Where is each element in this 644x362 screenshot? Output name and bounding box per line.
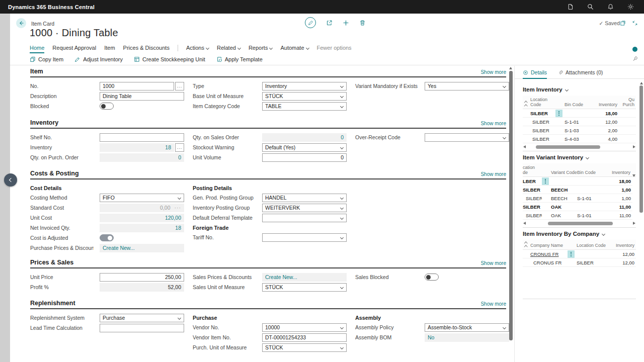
edit-button[interactable] [305,17,316,28]
col-variant-code[interactable]: Variant Code [551,170,577,175]
col-inventory[interactable]: Inventory [593,102,619,107]
profit-pct-value[interactable]: 52,00 [100,283,184,292]
type-select[interactable]: Inventory [262,82,347,90]
table-row[interactable]: SILBER BEECH 1,00 [523,186,632,194]
unit-price-input[interactable]: 250,00 [100,273,184,282]
row-menu-button[interactable] [555,110,562,117]
show-more-button[interactable]: Show more [480,121,506,126]
create-stockkeeping-unit-button[interactable]: Create Stockkeeping Unit [134,56,205,62]
description-input[interactable]: Dining Table [100,92,184,101]
apply-template-button[interactable]: Apply Template [216,56,263,62]
table-row[interactable]: SILBER OAK 11,00 [523,203,632,211]
purch-uom-select[interactable]: STÜCK [262,343,347,352]
costing-method-select[interactable]: FIFO [100,194,184,202]
stockout-warning-select[interactable]: Default (Yes) [262,143,347,152]
row-menu-button[interactable] [568,250,575,258]
section-title[interactable]: Prices & Sales [30,259,73,266]
item-inventory-heading[interactable]: Item Inventory [523,86,636,93]
item-category-select[interactable]: TABLE [262,102,347,111]
scroll-up-arrow[interactable] [509,67,512,69]
assist-edit-icon[interactable]: ··· [175,205,182,211]
scroll-left-arrow[interactable] [523,222,526,225]
col-qty-purch[interactable]: QuPurch [619,97,636,107]
menu-automate[interactable]: Automate [280,45,308,51]
item-inventory-by-company-heading[interactable]: Item Inventory By Company [523,231,636,237]
tab-attachments[interactable]: Attachments (0) [558,69,603,78]
section-title[interactable]: Item [30,68,43,75]
tab-prices-discounts[interactable]: Prices & Discounts [123,45,170,51]
menu-actions[interactable]: Actions [186,45,209,51]
table-row[interactable]: SILBER OAK S-1-01 11,00 [523,211,632,220]
copy-item-button[interactable]: Copy Item [30,56,63,62]
settings-icon[interactable] [627,4,634,10]
blocked-toggle[interactable] [100,103,114,110]
col-location-code[interactable]: LocationCode [530,97,555,107]
vendor-no-select[interactable]: 10000 [262,323,347,332]
table-row[interactable]: SILBER S-4-03 4,00 [523,135,636,143]
scroll-left-arrow[interactable] [523,145,526,148]
col-bin-code[interactable]: Bin Code [577,170,601,175]
notification-indicator[interactable] [632,47,637,52]
menu-related[interactable]: Related [217,45,240,51]
company-link[interactable]: CRONUS FR [530,251,568,257]
assembly-policy-select[interactable]: Assemble-to-Stock [425,323,509,332]
notifications-icon[interactable] [607,4,614,10]
replenishment-system-select[interactable]: Purchase [100,314,184,322]
standard-cost-value[interactable]: 0,00··· [100,204,184,212]
adjust-inventory-button[interactable]: Adjust Inventory [74,56,123,62]
variant-mandatory-select[interactable]: Yes [425,82,509,90]
lead-time-input[interactable] [100,324,184,332]
unit-cost-value[interactable]: 120,00 [100,214,184,222]
tariff-no-select[interactable] [262,233,347,242]
scroll-down-arrow[interactable] [632,174,635,177]
deferral-template-select[interactable] [262,214,347,222]
new-item-button[interactable] [343,20,349,26]
scrollbar-thumb[interactable] [639,85,643,213]
sales-prices-create-new-link[interactable]: Create New... [262,273,347,282]
col-location-code[interactable]: Location Code [577,243,610,248]
sales-uom-select[interactable]: STÜCK [262,283,347,292]
tab-home[interactable]: Home [30,45,44,53]
tab-request-approval[interactable]: Request Approval [52,45,96,51]
assist-edit-button[interactable]: ... [175,82,184,90]
inventory-value[interactable]: 18 [100,143,174,152]
horizontal-scrollbar[interactable] [523,144,636,149]
show-more-button[interactable]: Show more [480,301,506,307]
factbox-vertical-scrollbar[interactable] [639,82,643,358]
item-variant-inventory-heading[interactable]: Item Variant Inventory [523,154,636,160]
scrollbar-thumb[interactable] [548,222,612,225]
scroll-right-arrow[interactable] [633,222,635,225]
vendor-item-no-input[interactable]: DT-00001254233 [262,333,347,342]
delete-button[interactable] [359,20,366,26]
fewer-options-button[interactable]: Fewer options [317,45,352,51]
col-bin-code[interactable]: Bin Code [565,102,593,107]
show-more-button[interactable]: Show more [480,260,506,266]
col-inventory[interactable]: Inventory [601,170,632,175]
menu-reports[interactable]: Reports [249,45,273,51]
assist-edit-button[interactable]: ... [175,143,184,152]
purchase-prices-create-new-link[interactable]: Create New... [100,244,184,252]
horizontal-scrollbar[interactable] [523,221,636,226]
collapse-window-icon[interactable] [632,20,638,26]
breadcrumb[interactable]: Item Card [31,21,54,27]
section-title[interactable]: Inventory [30,119,58,126]
cost-adjusted-toggle[interactable] [100,234,114,241]
qty-sales-order-value[interactable]: 0 [262,133,347,142]
show-more-button[interactable]: Show more [480,69,506,75]
back-button[interactable] [16,18,26,28]
table-row[interactable]: SILBER 18,00 [523,109,636,118]
sales-blocked-toggle[interactable] [425,274,439,281]
share-icon[interactable] [326,20,333,26]
section-title[interactable]: Costs & Posting [30,170,79,177]
table-row[interactable]: SILBER BEECH S-1-01 1,00 [523,194,632,203]
table-row[interactable]: CRONUS FR 12,00 [523,250,636,258]
over-receipt-select[interactable] [425,133,509,142]
collapse-all-icon[interactable] [523,241,530,248]
show-more-button[interactable]: Show more [480,171,506,177]
table-row[interactable]: CRONUS FR SILBER 12,00 [523,258,636,267]
section-title[interactable]: Replenishment [30,300,75,307]
base-uom-select[interactable]: STÜCK [262,92,347,101]
col-inventory[interactable]: Inventory [610,243,636,248]
collapse-pane-button[interactable] [4,173,17,187]
col-company-name[interactable]: Company Name [530,243,568,248]
